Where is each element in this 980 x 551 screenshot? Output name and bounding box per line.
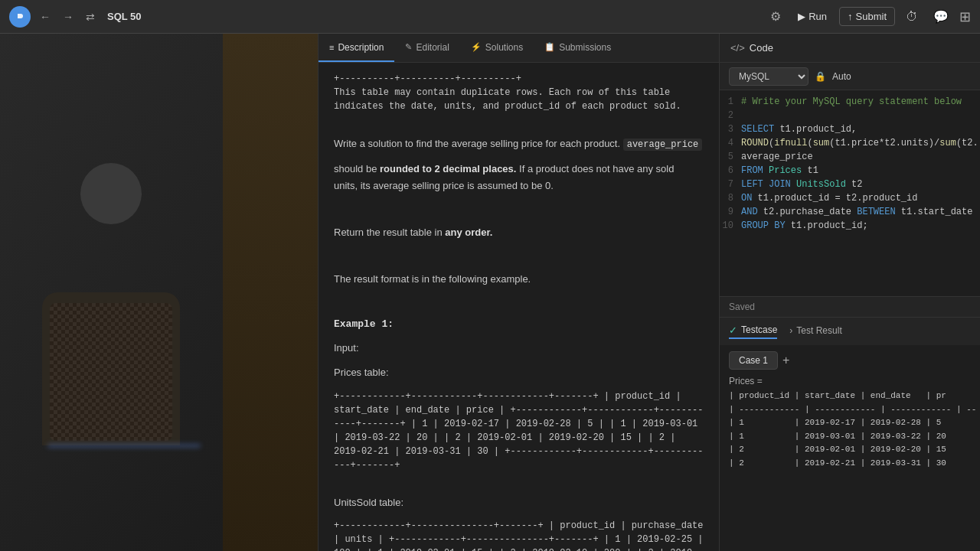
description-icon: ≡ — [329, 43, 334, 52]
example-title: Example 1: — [334, 317, 704, 333]
prices-label: Prices table: — [334, 364, 704, 381]
code-line-4: 4 ROUND(ifnull(sum(t1.price*t2.units)/su… — [720, 138, 980, 152]
bold-rounded: rounded to 2 decimal places. — [380, 163, 516, 174]
code-line-2: 2 — [720, 110, 980, 124]
desc-text-1: This table may contain duplicate rows. E… — [334, 86, 704, 113]
auto-label: Auto — [832, 71, 851, 82]
problem-text-2: should be rounded to 2 decimal places. I… — [334, 161, 704, 194]
testcase-content: Case 1 + Prices = | product_id | start_d… — [720, 345, 980, 551]
code-line-9: 9 AND t2.purchase_date BETWEEN t1.start_… — [720, 207, 980, 220]
tab-bar: ≡ Description ✎ Editorial ⚡ Solutions 📋 … — [318, 34, 719, 63]
code-header: </> Code — [720, 34, 980, 63]
prices-eq-label: Prices = — [729, 376, 971, 386]
saved-bar: Saved — [720, 296, 980, 318]
main-layout: ≡ Description ✎ Editorial ⚡ Solutions 📋 … — [0, 34, 980, 551]
code-line-5: 5 average_price — [720, 152, 980, 165]
forward-button[interactable]: → — [60, 8, 77, 26]
tab-testcase[interactable]: ✓ Testcase — [729, 324, 777, 339]
back-button[interactable]: ← — [37, 8, 54, 26]
grid-icon: ⊞ — [959, 8, 971, 25]
code-line-7: 7 LEFT JOIN UnitsSold t2 — [720, 179, 980, 193]
code-toolbar: MySQL PostgreSQL 🔒 Auto — [720, 63, 980, 90]
bold-any-order: any order. — [445, 227, 492, 238]
testcase-table: | product_id | start_date | end_date | p… — [729, 390, 971, 471]
settings-button[interactable]: ⚙ — [766, 6, 786, 27]
video-area — [0, 34, 318, 551]
logo — [9, 6, 31, 28]
code-title: Code — [750, 42, 773, 54]
inline-code-avg: average_price — [623, 139, 703, 151]
lock-icon: 🔒 — [815, 71, 826, 82]
tab-description[interactable]: ≡ Description — [318, 34, 394, 62]
result-format: The result format is in the following ex… — [334, 271, 704, 288]
input-label: Input: — [334, 340, 704, 357]
problem-text-3: Return the result table in any order. — [334, 224, 704, 241]
chat-button[interactable]: 💬 — [929, 6, 953, 27]
prices-table: +------------+------------+------------+… — [334, 390, 704, 472]
tab-submissions[interactable]: 📋 Submissions — [534, 34, 622, 62]
timer-button[interactable]: ⏱ — [901, 7, 923, 27]
check-icon: ✓ — [729, 324, 737, 336]
editorial-icon: ✎ — [405, 42, 412, 52]
testcase-bar: ✓ Testcase › Test Result — [720, 318, 980, 345]
code-icon: </> — [730, 42, 745, 54]
arrow-icon: › — [789, 325, 792, 336]
right-panel: </> Code MySQL PostgreSQL 🔒 Auto 1 # Wri… — [720, 34, 980, 551]
code-line-1: 1 # Write your MySQL query statement bel… — [720, 96, 980, 110]
desc-dashes-top: +----------+----------+----------+ — [334, 72, 704, 86]
tab-testresult[interactable]: › Test Result — [789, 325, 841, 337]
add-case-button[interactable]: + — [782, 354, 789, 367]
code-editor[interactable]: 1 # Write your MySQL query statement bel… — [720, 90, 980, 296]
language-select[interactable]: MySQL PostgreSQL — [729, 67, 808, 86]
description-content: +----------+----------+----------+ This … — [318, 63, 719, 551]
saved-label: Saved — [729, 302, 755, 312]
unitssold-table: +------------+---------------+-------+ |… — [334, 519, 704, 551]
solutions-icon: ⚡ — [471, 42, 482, 52]
problem-text-1: Write a solution to find the average sel… — [334, 135, 704, 152]
code-line-10: 10 GROUP BY t1.product_id; — [720, 220, 980, 234]
tab-editorial[interactable]: ✎ Editorial — [394, 34, 459, 62]
run-button[interactable]: ▶ Run — [792, 8, 833, 25]
page-title: SQL 50 — [107, 11, 142, 22]
code-line-3: 3 SELECT t1.product_id, — [720, 124, 980, 138]
tab-solutions[interactable]: ⚡ Solutions — [460, 34, 534, 62]
run-icon: ▶ — [798, 11, 805, 22]
code-line-8: 8 ON t1.product_id = t2.product_id — [720, 193, 980, 207]
top-bar: ← → ⇄ SQL 50 ⚙ ▶ Run ↑ Submit ⏱ 💬 ⊞ — [0, 0, 980, 34]
center-panel: ≡ Description ✎ Editorial ⚡ Solutions 📋 … — [318, 34, 720, 551]
code-line-6: 6 FROM Prices t1 — [720, 165, 980, 179]
submissions-icon: 📋 — [544, 42, 555, 52]
video-panel — [0, 34, 318, 551]
unitssold-label: UnitsSold table: — [334, 494, 704, 511]
submit-icon: ↑ — [848, 11, 853, 22]
submit-button[interactable]: ↑ Submit — [839, 7, 895, 26]
shuffle-button[interactable]: ⇄ — [83, 8, 98, 26]
case1-button[interactable]: Case 1 — [729, 351, 778, 370]
